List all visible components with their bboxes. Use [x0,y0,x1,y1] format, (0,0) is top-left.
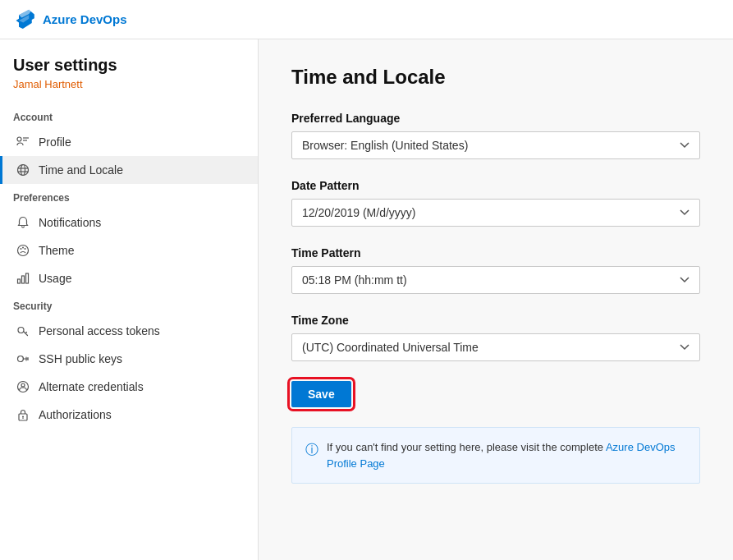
info-box: ⓘ If you can't find your setting here, p… [291,427,700,484]
svg-point-9 [22,247,24,249]
section-label-security: Security [0,292,258,317]
sidebar-item-label-personal-access-tokens: Personal access tokens [39,324,160,337]
time-zone-label: Time Zone [291,314,700,327]
sidebar-item-profile[interactable]: Profile [0,128,258,156]
svg-rect-11 [18,279,21,283]
page-title: Time and Locale [291,66,700,89]
sidebar-item-ssh-public-keys[interactable]: SSH public keys [0,345,258,373]
svg-point-4 [21,165,25,176]
sidebar-item-alternate-credentials[interactable]: Alternate credentials [0,373,258,401]
date-pattern-select[interactable]: 12/20/2019 (M/d/yyyy) 2019-12-20 (yyyy-M… [291,199,700,227]
info-text: If you can't find your setting here, ple… [327,439,686,471]
time-pattern-label: Time Pattern [291,246,700,259]
sidebar-item-label-theme: Theme [39,244,75,257]
time-pattern-select[interactable]: 05:18 PM (hh:mm tt) 17:18 (HH:mm) 5:18 P… [291,266,700,294]
sidebar-item-label-ssh-public-keys: SSH public keys [39,352,122,365]
sidebar-item-personal-access-tokens[interactable]: Personal access tokens [0,317,258,345]
person-lines-icon [16,135,30,149]
sidebar-item-theme[interactable]: Theme [0,236,258,264]
palette-icon [16,243,30,258]
sidebar-item-usage[interactable]: Usage [0,264,258,292]
sidebar-item-label-authorizations: Authorizations [39,408,112,421]
svg-point-7 [18,246,29,256]
svg-point-3 [18,165,29,176]
logo-icon [13,8,36,31]
sidebar: User settings Jamal Hartnett Account Pro… [0,39,259,560]
svg-point-19 [22,416,24,418]
sidebar-title: User settings [0,56,258,78]
svg-rect-12 [22,276,25,283]
bell-icon [16,215,30,230]
sidebar-item-notifications[interactable]: Notifications [0,209,258,236]
sidebar-item-time-locale[interactable]: Time and Locale [0,156,258,184]
main-layout: User settings Jamal Hartnett Account Pro… [0,39,733,560]
date-pattern-label: Date Pattern [291,179,700,192]
credentials-icon [16,379,30,394]
ssh-icon [16,351,30,366]
preferred-language-label: Preferred Language [291,112,700,125]
time-pattern-group: Time Pattern 05:18 PM (hh:mm tt) 17:18 (… [291,246,700,294]
main-content: Time and Locale Preferred Language Brows… [259,39,733,560]
date-pattern-group: Date Pattern 12/20/2019 (M/d/yyyy) 2019-… [291,179,700,227]
preferred-language-select[interactable]: Browser: English (United States) English… [291,131,700,159]
svg-point-17 [21,383,25,387]
preferred-language-group: Preferred Language Browser: English (Uni… [291,112,700,159]
section-label-preferences: Preferences [0,184,258,209]
save-button-wrapper: Save [291,381,700,407]
save-button[interactable]: Save [291,381,351,407]
time-zone-group: Time Zone (UTC) Coordinated Universal Ti… [291,314,700,361]
svg-rect-13 [26,273,29,283]
sidebar-item-label-usage: Usage [39,272,71,285]
svg-point-14 [18,328,24,333]
key-icon [16,324,30,338]
section-label-account: Account [0,103,258,128]
bar-chart-icon [16,271,30,286]
topbar: Azure DevOps [0,0,733,39]
azure-devops-logo: Azure DevOps [13,8,127,31]
info-icon: ⓘ [305,440,318,460]
sidebar-item-authorizations[interactable]: Authorizations [0,401,258,429]
sidebar-item-label-time-locale: Time and Locale [39,163,123,177]
time-zone-select[interactable]: (UTC) Coordinated Universal Time (UTC-05… [291,333,700,361]
lock-icon [16,407,30,422]
sidebar-item-label-alternate-credentials: Alternate credentials [39,380,144,393]
svg-point-10 [25,248,26,250]
sidebar-item-label-notifications: Notifications [39,216,101,229]
sidebar-item-label-profile: Profile [39,135,71,149]
svg-point-8 [21,248,22,250]
sidebar-user: Jamal Hartnett [0,78,258,103]
svg-rect-0 [17,137,21,141]
globe-icon [16,163,30,177]
